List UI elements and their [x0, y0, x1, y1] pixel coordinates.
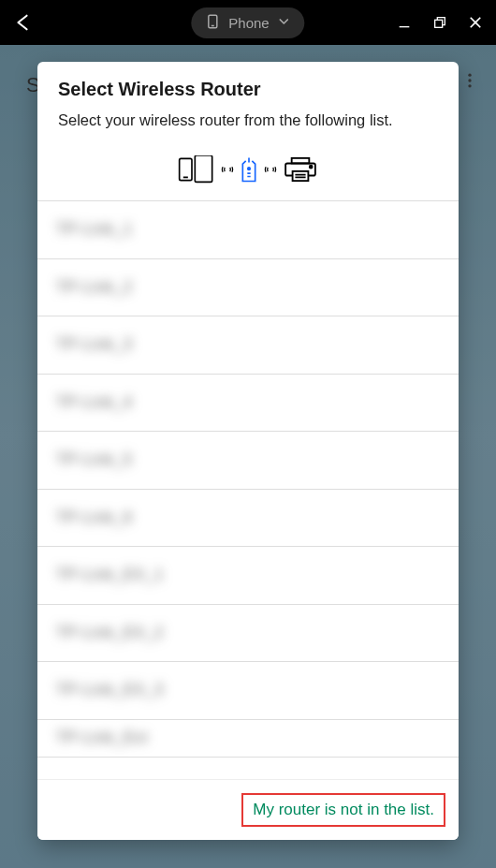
- phone-tablet-icon: [178, 155, 215, 187]
- more-menu-button[interactable]: [460, 69, 479, 96]
- router-list-item[interactable]: TP-Link_3: [37, 316, 459, 375]
- router-not-in-list-button[interactable]: My router is not in the list.: [241, 793, 445, 827]
- printer-icon: [283, 156, 318, 186]
- titlebar-left: [11, 11, 34, 34]
- router-name: TP-Link_6: [56, 509, 133, 526]
- router-list-item[interactable]: TP-Link_1: [37, 201, 459, 259]
- router-list-item[interactable]: TP-Link_EX_1: [37, 547, 459, 605]
- restore-button[interactable]: [430, 13, 449, 32]
- svg-point-21: [310, 166, 313, 169]
- modal-subtitle: Select your wireless router from the fol…: [58, 110, 438, 131]
- svg-rect-3: [435, 20, 443, 27]
- device-selector[interactable]: Phone: [191, 7, 304, 38]
- modal-footer: My router is not in the list.: [37, 779, 459, 840]
- router-icon: [240, 155, 258, 187]
- router-name: TP-Link_1: [56, 221, 133, 238]
- router-list-item[interactable]: TP-Link_EX_3: [37, 662, 459, 720]
- router-name: TP-Link_5: [56, 451, 133, 468]
- modal-header: Select Wireless Router Select your wirel…: [37, 62, 459, 146]
- router-list-item[interactable]: TP-Link_4: [37, 375, 459, 433]
- select-router-modal: Select Wireless Router Select your wirel…: [37, 62, 459, 840]
- svg-rect-10: [195, 155, 212, 182]
- signal-waves-icon: [221, 163, 234, 180]
- svg-point-13: [248, 168, 251, 170]
- close-button[interactable]: [466, 13, 485, 32]
- svg-point-6: [468, 74, 471, 77]
- minimize-button[interactable]: [395, 13, 414, 32]
- router-list-item[interactable]: TP-Link_Ext: [37, 720, 459, 758]
- router-list: TP-Link_1 TP-Link_2 TP-Link_3 TP-Link_4 …: [37, 200, 459, 779]
- signal-waves-icon: [264, 163, 277, 180]
- back-button[interactable]: [11, 11, 34, 34]
- router-name: TP-Link_EX_2: [56, 625, 164, 641]
- svg-rect-18: [293, 171, 309, 181]
- router-name: TP-Link_4: [56, 394, 133, 411]
- router-name: TP-Link_Ext: [56, 729, 148, 746]
- router-list-item[interactable]: TP-Link_6: [37, 490, 459, 548]
- router-list-item[interactable]: TP-Link_5: [37, 432, 459, 490]
- router-name: TP-Link_EX_3: [56, 682, 164, 699]
- router-name: TP-Link_2: [56, 279, 133, 296]
- phone-icon: [204, 13, 221, 33]
- svg-point-8: [468, 84, 471, 87]
- device-label: Phone: [228, 15, 269, 31]
- router-list-item[interactable]: TP-Link_2: [37, 259, 459, 317]
- router-list-item[interactable]: TP-Link_EX_2: [37, 605, 459, 663]
- connection-diagram: [37, 146, 459, 200]
- chevron-down-icon: [277, 14, 292, 32]
- svg-point-7: [468, 79, 471, 81]
- modal-title: Select Wireless Router: [58, 79, 438, 100]
- router-name: TP-Link_3: [56, 336, 133, 353]
- emulator-titlebar: Phone: [0, 0, 496, 45]
- window-controls: [395, 13, 485, 32]
- router-name: TP-Link_EX_1: [56, 566, 164, 583]
